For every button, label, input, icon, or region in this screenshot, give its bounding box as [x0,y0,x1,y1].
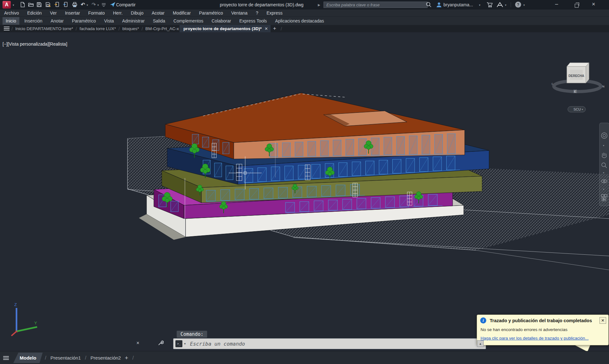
help-icon[interactable]: ? [515,2,521,8]
svg-text:▾: ▾ [603,144,604,147]
status-bar: Modelo/Presentación1/Presentación2+/ [0,351,609,364]
viewcube-face-label: DERECHA [568,74,584,78]
layout-tab-presentación2[interactable]: Presentación2 [88,355,123,361]
search-icon[interactable] [425,1,432,8]
site-road-line[interactable] [476,250,609,270]
autodesk-caret-icon[interactable]: ▾ [505,3,507,7]
undo-icon[interactable]: ↶ [79,1,87,8]
redo-icon[interactable]: ↷ [90,1,97,8]
menu-item-formato[interactable]: Formato [84,10,109,16]
menu-item-archivo[interactable]: Archivo [0,10,23,16]
share-plane-icon[interactable] [109,1,116,8]
ribbon-tab-complementos[interactable]: Complementos [170,17,206,25]
menu-item-ventana[interactable]: Ventana [227,10,252,16]
compass-e-label: E [574,90,576,93]
layout-tab-presentación1[interactable]: Presentación1 [49,355,83,361]
command-input[interactable] [189,341,486,347]
ribbon-tab-aplicaciones-destacadas[interactable]: Aplicaciones destacadas [272,17,327,25]
layout-tab-separator: / [130,355,136,361]
redo-caret-icon[interactable]: ▾ [97,3,99,7]
user-avatar-icon[interactable] [435,1,442,8]
command-caret-icon[interactable]: ▼ [184,342,186,345]
ucs-y-label: Y [34,321,37,325]
file-tab-separator: / [140,26,145,31]
ribbon-tab-anotar[interactable]: Anotar [48,17,67,25]
compass-n-label: N [602,85,605,88]
qat-customize-icon[interactable] [102,3,106,7]
new-drawing-button[interactable]: + [271,25,279,32]
notification-details-link[interactable]: Haga clic para ver los detalles de traza… [481,336,589,341]
ribbon-tab-salida[interactable]: Salida [150,17,168,25]
drawing-canvas[interactable]: DERECHA N E S SCU ▾ ▾ ▾ ▾ Z Y [0,32,609,351]
viewport-controls[interactable]: [−][Vista personalizada][Realista] [3,42,67,47]
undo-caret-icon[interactable]: ▾ [87,3,88,7]
search-expand-arrow-icon[interactable]: ▶ [318,3,320,7]
layout-tab-modelo[interactable]: Modelo [13,353,43,363]
menu-item-dibujo[interactable]: Dibujo [127,10,148,16]
menu-item--[interactable]: ? [252,10,262,16]
cart-icon[interactable] [486,1,493,8]
print-icon[interactable] [71,1,78,8]
ribbon-tab-inserci-n[interactable]: Inserción [21,17,46,25]
viewcube[interactable]: DERECHA N E S [551,63,605,93]
menu-item-express[interactable]: Express [262,10,287,16]
scu-label: SCU [573,107,581,111]
file-tab-1[interactable]: DEPARTAMENTO torre* [26,25,74,32]
file-tab-4[interactable]: BM-Crp-Prt_AC-x [145,25,180,32]
ribbon-tab-express-tools[interactable]: Express Tools [236,17,270,25]
command-scroll-up-button[interactable]: ▲ [477,340,484,347]
autodesk-logo-icon[interactable] [496,1,503,8]
open-from-mobile-icon[interactable] [53,1,61,8]
user-menu-caret-icon[interactable]: ▾ [479,3,481,7]
command-close-icon[interactable]: × [136,340,139,346]
file-tab-2[interactable]: fachada torre LUX* [79,25,117,32]
command-input-bar[interactable]: >_ ▼ [173,338,486,349]
ribbon-tab-administrar[interactable]: Administrar [119,17,148,25]
help-caret-icon[interactable]: ▾ [523,3,525,7]
file-tab-active[interactable]: proyecto torre de departamentos (3D)*✕ [180,25,271,32]
menu-item-insertar[interactable]: Insertar [61,10,84,16]
command-wrench-icon[interactable] [157,340,164,346]
file-tab-close-icon[interactable]: ✕ [265,26,268,31]
ribbon-tab-param-trico[interactable]: Paramétrico [69,17,99,25]
file-tab-separator: / [10,26,15,31]
new-layout-button[interactable]: + [123,354,130,361]
menu-item-edici-n[interactable]: Edición [23,10,46,16]
ribbon-tab-colaborar[interactable]: Colaborar [208,17,234,25]
layout-menu-icon[interactable] [3,355,9,361]
username-label[interactable]: bryanputama... [443,2,473,7]
file-tab-0[interactable]: Inicio [15,25,26,32]
navigation-bar[interactable]: ▾ ▾ ▾ [599,123,609,206]
file-tab-menu-icon[interactable] [4,26,10,31]
close-button[interactable]: × [592,1,595,7]
search-input[interactable] [324,2,428,8]
scu-button[interactable]: SCU ▾ [568,106,586,112]
notification-close-icon[interactable]: ✕ [599,317,606,324]
minimize-button[interactable]: – [555,1,558,7]
ribbon-tab-inicio[interactable]: Inicio [3,17,19,25]
menu-item-param-trico[interactable]: Paramétrico [195,10,227,16]
restore-button[interactable] [575,4,579,8]
menu-item-herr-[interactable]: Herr. [109,10,127,16]
file-tab-separator: / [116,26,121,31]
menu-item-ver[interactable]: Ver [46,10,61,16]
menu-item-acotar[interactable]: Acotar [147,10,168,16]
open-folder-icon[interactable] [27,1,35,8]
compass-s-label: S [551,82,553,86]
app-menu-caret-icon[interactable]: ▾ [13,3,14,7]
command-prompt-icon[interactable]: >_ [175,340,182,347]
save-as-icon[interactable] [44,1,52,8]
save-icon[interactable] [36,1,43,8]
file-tab-3[interactable]: bloques* [122,25,140,32]
save-to-mobile-icon[interactable] [62,1,69,8]
ucs-icon: Z Y [11,302,37,336]
window-title: proyecto torre de departamentos (3D).dwg [198,2,325,7]
autocad-logo[interactable]: A [3,1,11,9]
ribbon-tab-bar: InicioInserciónAnotarParamétricoVistaAdm… [0,16,609,25]
share-button[interactable]: Compartir [116,2,135,7]
new-file-icon[interactable] [19,1,26,8]
file-tab-label: proyecto torre de departamentos (3D)* [183,26,262,31]
menu-item-modificar[interactable]: Modificar [169,10,195,16]
svg-text:▾: ▾ [603,188,604,191]
ribbon-tab-vista[interactable]: Vista [101,17,117,25]
